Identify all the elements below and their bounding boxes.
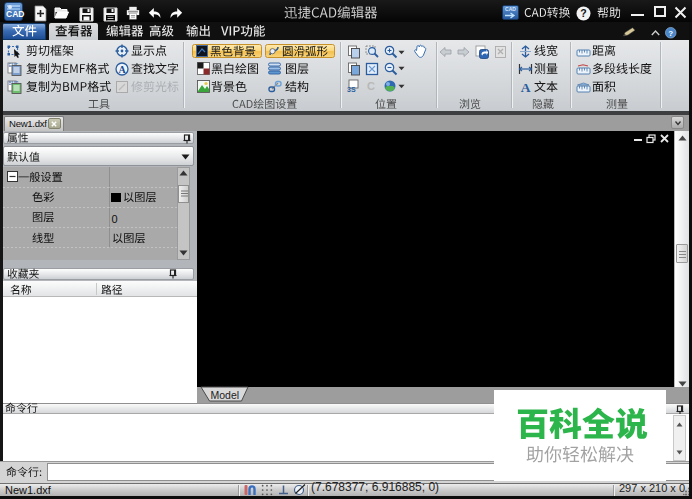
- svg-text:C: C: [367, 80, 375, 92]
- svg-text:?: ?: [580, 7, 586, 19]
- svg-text:?: ?: [668, 28, 673, 37]
- svg-text:3S: 3S: [347, 86, 356, 93]
- svg-text:A: A: [118, 64, 126, 75]
- svg-text:A: A: [521, 80, 531, 95]
